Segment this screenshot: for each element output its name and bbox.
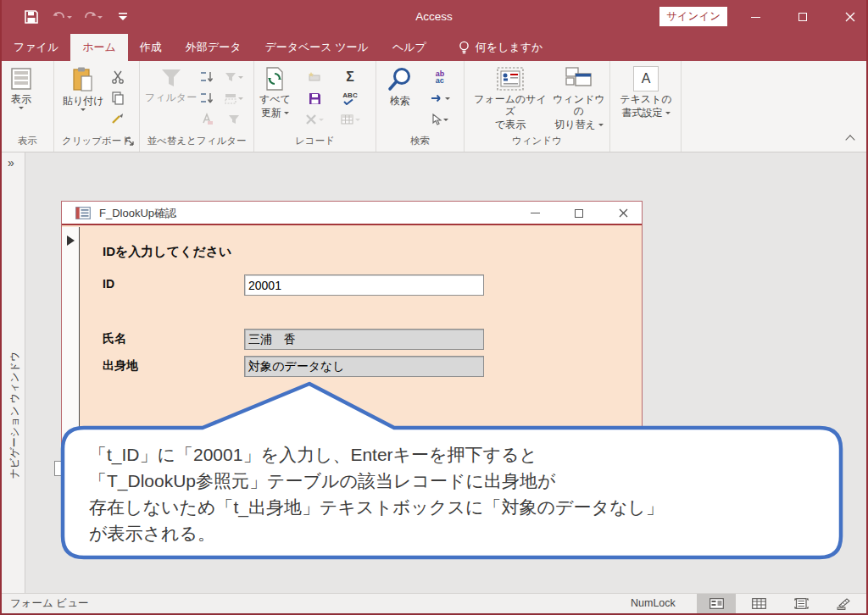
format-painter-button[interactable]: [107, 110, 129, 129]
save-record-button[interactable]: [303, 89, 326, 108]
totals-button[interactable]: Σ: [339, 68, 361, 86]
signin-button[interactable]: サインイン: [659, 7, 727, 26]
form-minimize-icon: [531, 213, 540, 213]
tab-database-tools[interactable]: データベース ツール: [253, 34, 380, 61]
group-label-sort-filter: 並べ替えとフィルター: [140, 135, 253, 147]
form-close-button[interactable]: [606, 202, 640, 224]
group-label-views: 表示: [2, 135, 53, 147]
document-area: » ナビゲーション ウィンドウ F_DlookUp確認 IDを入力してください …: [2, 152, 866, 593]
cut-button[interactable]: [107, 68, 129, 86]
ribbon-group-window: フォームのサイズ で表示 ウィンドウの 切り替え ウィンドウ: [465, 61, 610, 152]
paste-button[interactable]: 貼り付け: [63, 66, 104, 111]
maximize-button[interactable]: [783, 0, 822, 34]
ribbon-group-clipboard: 貼り付け クリップボード: [54, 61, 140, 152]
callout-line: が表示される。: [89, 520, 835, 546]
view-status-label: フォーム ビュー: [10, 594, 88, 613]
navigation-pane-collapsed[interactable]: » ナビゲーション ウィンドウ: [2, 152, 25, 593]
refresh-all-icon: [262, 66, 287, 91]
sort-ascending-icon: [200, 70, 214, 84]
undo-dropdown-icon: [67, 16, 72, 19]
group-label-find: 検索: [376, 135, 464, 147]
select-button[interactable]: [429, 110, 451, 129]
close-button[interactable]: [831, 0, 868, 34]
field-label-id: ID: [103, 277, 114, 291]
switch-windows-button[interactable]: ウィンドウの 切り替え: [553, 66, 605, 130]
design-view-button[interactable]: [824, 594, 863, 613]
size-to-fit-form-icon: [496, 66, 525, 91]
selection-filter-button[interactable]: [223, 89, 245, 108]
cut-icon: [111, 70, 125, 84]
save-button[interactable]: [20, 6, 42, 28]
undo-button[interactable]: [51, 6, 73, 28]
more-records-button[interactable]: [339, 110, 361, 129]
goto-button[interactable]: [429, 89, 451, 108]
form-maximize-icon: [575, 209, 583, 218]
customize-qat-button[interactable]: [112, 6, 134, 28]
selection-filter-dropdown-icon: [238, 97, 243, 100]
tab-external-data[interactable]: 外部データ: [174, 34, 253, 61]
tab-create[interactable]: 作成: [128, 34, 174, 61]
view-button[interactable]: 表示: [8, 66, 34, 109]
tab-help[interactable]: ヘルプ: [381, 34, 438, 61]
datasheet-view-button[interactable]: [739, 594, 778, 613]
find-button[interactable]: 検索: [387, 66, 414, 107]
size-to-fit-form-button[interactable]: フォームのサイズ で表示: [471, 66, 549, 130]
view-dropdown-icon: [19, 107, 24, 109]
tell-me-label: 何をしますか: [476, 40, 543, 55]
name-textbox[interactable]: 三浦 香: [244, 329, 484, 350]
advanced-filter-icon: [225, 71, 236, 83]
minimize-button[interactable]: [736, 0, 775, 34]
select-icon: [431, 114, 442, 125]
undo-icon: [52, 10, 67, 24]
expand-nav-pane-icon: »: [8, 156, 14, 169]
form-minimize-button[interactable]: [518, 202, 552, 224]
goto-dropdown-icon: [445, 97, 450, 100]
collapse-ribbon-button[interactable]: [843, 133, 858, 145]
copy-button[interactable]: [107, 89, 129, 108]
form-icon: [75, 207, 91, 219]
ribbon-group-text-formatting: A テキストの 書式設定: [610, 61, 682, 152]
group-label-records: レコード: [254, 135, 376, 147]
text-formatting-dropdown-icon: [665, 112, 670, 114]
remove-sort-button[interactable]: [196, 110, 218, 129]
refresh-dropdown-icon: [284, 112, 289, 114]
replace-button[interactable]: ab ac: [429, 68, 451, 86]
sort-descending-button[interactable]: [196, 89, 218, 108]
save-icon: [23, 8, 40, 25]
find-icon: [387, 66, 414, 93]
layout-view-button[interactable]: [782, 594, 821, 613]
selection-filter-icon: [225, 92, 236, 104]
paste-icon: [70, 66, 96, 93]
quick-access-toolbar: [20, 6, 134, 28]
numlock-indicator: NumLock: [631, 594, 676, 613]
save-record-icon: [309, 92, 321, 105]
copy-icon: [111, 91, 125, 105]
paste-dropdown-icon: [81, 108, 86, 111]
text-formatting-button[interactable]: A テキストの 書式設定: [615, 66, 676, 119]
advanced-filter-button[interactable]: [223, 68, 245, 86]
refresh-all-button[interactable]: すべて 更新: [259, 66, 291, 119]
toggle-filter-button[interactable]: [223, 110, 245, 129]
tab-file[interactable]: ファイル: [2, 34, 70, 61]
delete-record-button[interactable]: [303, 110, 326, 129]
clipboard-dialog-launcher[interactable]: [125, 137, 136, 147]
maximize-icon: [798, 13, 807, 21]
redo-button[interactable]: [81, 6, 103, 28]
switch-windows-icon: [565, 66, 593, 91]
callout-text: 「t_ID」に「20001」を入力し、Enterキーを押下すると 「T_Dloo…: [89, 441, 835, 546]
remove-sort-icon: [200, 113, 214, 126]
form-maximize-button[interactable]: [562, 202, 596, 224]
spelling-button[interactable]: ABC: [339, 89, 361, 108]
group-label-window: ウィンドウ: [465, 135, 609, 147]
new-record-button[interactable]: [303, 68, 326, 86]
spelling-icon: ABC: [342, 91, 357, 105]
sort-ascending-button[interactable]: [196, 68, 218, 86]
id-input[interactable]: [244, 274, 484, 296]
callout-line: 「t_ID」に「20001」を入力し、Enterキーを押下すると: [89, 441, 835, 468]
filter-button[interactable]: フィルター: [145, 66, 197, 103]
tab-home[interactable]: ホーム: [70, 34, 128, 61]
view-icon: [8, 66, 34, 91]
tell-me-box[interactable]: 何をしますか: [448, 34, 554, 61]
form-titlebar: F_DlookUp確認: [62, 202, 642, 225]
form-view-button[interactable]: [697, 594, 736, 613]
